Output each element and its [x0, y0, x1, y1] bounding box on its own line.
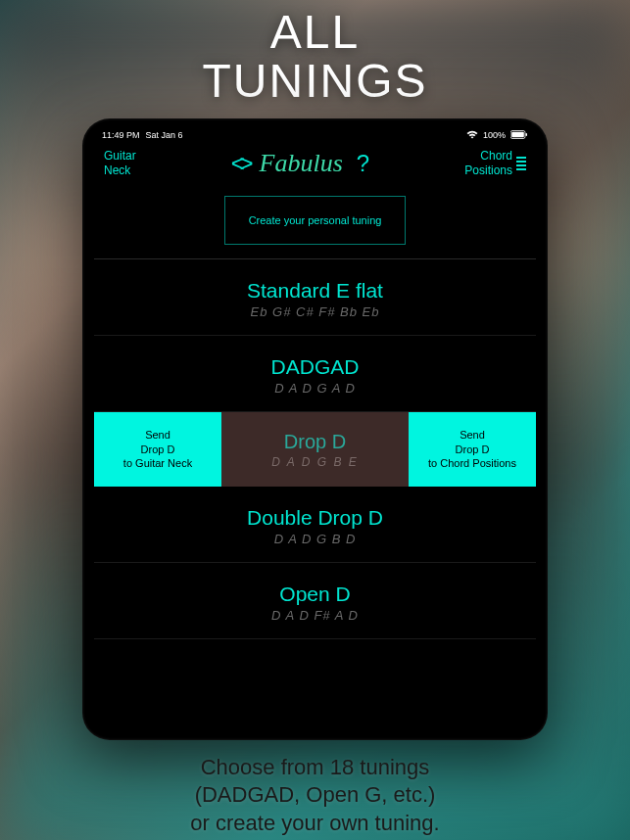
wifi-icon: [466, 130, 478, 141]
tuning-notes: D A D F# A D: [94, 608, 536, 623]
status-bar: 11:49 PM Sat Jan 6 100%: [94, 128, 536, 145]
footer-line1: Choose from 18 tunings: [190, 754, 439, 782]
headline-line2: TUNINGS: [203, 57, 428, 106]
tuning-row-open-d[interactable]: Open D D A D F# A D: [94, 563, 536, 639]
tuning-notes: D A D G B E: [271, 455, 358, 469]
app-header: Guitar Neck < > Fabulus ? Chord Position…: [94, 145, 536, 188]
tuning-notes: D A D G A D: [94, 381, 536, 396]
promo-footer: Choose from 18 tunings (DADGAD, Open G, …: [190, 754, 439, 838]
footer-line2: (DADGAD, Open G, etc.): [190, 781, 439, 810]
tuning-name: Drop D: [284, 431, 346, 453]
list-icon: [516, 157, 526, 170]
tuning-row-standard-e-flat[interactable]: Standard E flat Eb G# C# F# Bb Eb: [94, 259, 536, 336]
tuning-notes: D A D G B D: [94, 532, 536, 546]
status-time: 11:49 PM: [102, 130, 140, 140]
create-tuning-button[interactable]: Create your personal tuning: [224, 196, 407, 245]
tuning-row-dadgad[interactable]: DADGAD D A D G A D: [94, 336, 536, 412]
chord-positions-button[interactable]: Chord Positions: [464, 149, 526, 177]
headline-line1: ALL: [203, 8, 428, 57]
tuning-list[interactable]: Standard E flat Eb G# C# F# Bb Eb DADGAD…: [94, 259, 536, 728]
guitar-neck-button[interactable]: Guitar Neck: [104, 149, 136, 177]
status-battery: 100%: [483, 130, 506, 140]
prev-next-chevrons[interactable]: < >: [231, 150, 248, 177]
tuning-row-drop-d-selected[interactable]: Send Drop D to Guitar Neck Drop D D A D …: [94, 412, 536, 488]
footer-line3: or create your own tuning.: [190, 810, 439, 838]
selected-tuning-center: Drop D D A D G B E: [221, 412, 409, 488]
tuning-notes: Eb G# C# F# Bb Eb: [94, 304, 536, 319]
svg-rect-2: [526, 133, 528, 136]
ipad-frame: 11:49 PM Sat Jan 6 100% Guitar Neck < > …: [82, 118, 548, 740]
tuning-name: DADGAD: [94, 355, 536, 379]
status-date: Sat Jan 6: [146, 130, 183, 140]
tuning-row-double-drop-d[interactable]: Double Drop D D A D G B D: [94, 487, 536, 563]
help-icon[interactable]: ?: [357, 150, 369, 177]
tuning-name: Standard E flat: [94, 279, 536, 303]
header-center: < > Fabulus ?: [231, 149, 369, 178]
tuning-name: Double Drop D: [94, 506, 536, 530]
promo-headline: ALL TUNINGS: [203, 8, 428, 107]
tuning-name: Open D: [94, 583, 536, 606]
battery-icon: [510, 130, 528, 141]
send-to-chord-positions-button[interactable]: Send Drop D to Chord Positions: [409, 412, 536, 488]
send-to-guitar-neck-button[interactable]: Send Drop D to Guitar Neck: [94, 412, 221, 488]
svg-rect-1: [511, 131, 524, 137]
app-title: Fabulus: [260, 149, 343, 178]
create-tuning-row: Create your personal tuning: [94, 188, 536, 259]
